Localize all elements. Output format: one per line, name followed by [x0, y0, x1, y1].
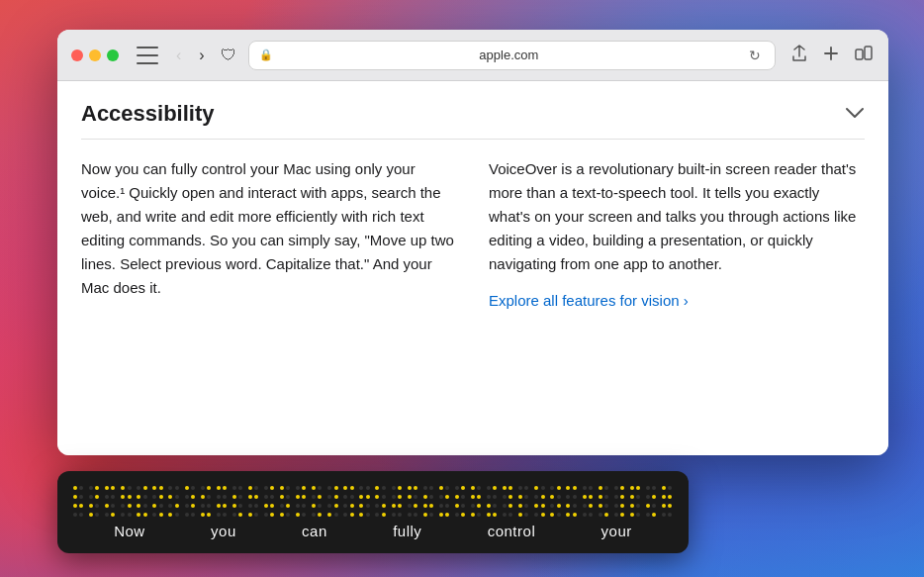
braille-cell: [566, 486, 577, 520]
braille-word-label: fully: [393, 523, 421, 539]
forward-button[interactable]: ›: [195, 44, 208, 67]
sidebar-toggle-button[interactable]: [137, 47, 158, 64]
braille-word-label: your: [601, 523, 632, 539]
braille-cell: [583, 486, 594, 520]
refresh-button[interactable]: ↻: [745, 48, 765, 63]
braille-word-label: Now: [114, 523, 145, 539]
braille-cell: [550, 486, 561, 520]
right-column: VoiceOver is a revolutionary built-in sc…: [489, 157, 865, 309]
braille-cell: [137, 486, 147, 520]
braille-cell: [662, 486, 673, 520]
braille-word-label: can: [302, 523, 327, 539]
new-tab-button[interactable]: [821, 44, 841, 67]
braille-cell: [375, 486, 386, 520]
braille-cell: [296, 486, 307, 520]
braille-cell: [359, 486, 370, 520]
braille-cell: [343, 486, 354, 520]
svg-rect-3: [865, 47, 872, 59]
browser-content: Accessibility Now you can fully control …: [57, 81, 888, 455]
braille-cell: [121, 486, 132, 520]
url-text[interactable]: apple.com: [279, 48, 739, 62]
browser-toolbar: ‹ › 🛡 🔒 apple.com ↻: [57, 30, 888, 81]
close-button[interactable]: [71, 49, 83, 61]
address-bar[interactable]: 🔒 apple.com ↻: [248, 41, 776, 70]
braille-cell: [312, 486, 323, 520]
section-title: Accessibility: [81, 101, 215, 127]
braille-cell: [248, 486, 259, 520]
braille-cell: [327, 486, 338, 520]
braille-panel: Nowyoucanfullycontrolyour: [57, 471, 689, 553]
braille-cell: [534, 486, 545, 520]
braille-dots-display: [73, 483, 673, 523]
content-blocker-icon[interactable]: 🛡: [219, 45, 238, 66]
explore-vision-link[interactable]: Explore all features for vision ›: [489, 292, 865, 309]
minimize-button[interactable]: [89, 49, 101, 61]
braille-cell: [89, 486, 100, 520]
browser-window: ‹ › 🛡 🔒 apple.com ↻: [57, 30, 888, 455]
braille-cell: [487, 486, 498, 520]
braille-cell: [455, 486, 466, 520]
svg-rect-2: [856, 49, 863, 59]
content-columns: Now you can fully control your Mac using…: [81, 157, 865, 309]
share-button[interactable]: [789, 43, 809, 68]
braille-cell: [264, 486, 275, 520]
braille-cell: [168, 486, 179, 520]
braille-cell: [201, 486, 212, 520]
braille-cell: [152, 486, 163, 520]
braille-cell: [105, 486, 116, 520]
braille-word-label: control: [488, 523, 536, 539]
braille-cell: [439, 486, 450, 520]
section-header: Accessibility: [81, 101, 865, 140]
left-column: Now you can fully control your Mac using…: [81, 157, 457, 309]
maximize-button[interactable]: [107, 49, 119, 61]
braille-cell: [392, 486, 403, 520]
braille-cell: [185, 486, 196, 520]
collapse-button[interactable]: [845, 104, 865, 125]
traffic-lights: [71, 49, 119, 61]
braille-cell: [232, 486, 243, 520]
back-button[interactable]: ‹: [172, 44, 185, 67]
lock-icon: 🔒: [259, 48, 273, 61]
braille-cell: [408, 486, 418, 520]
braille-cell: [646, 486, 657, 520]
braille-words-row: Nowyoucanfullycontrolyour: [73, 523, 673, 539]
braille-cell: [614, 486, 625, 520]
left-column-text: Now you can fully control your Mac using…: [81, 157, 457, 300]
right-column-text: VoiceOver is a revolutionary built-in sc…: [489, 157, 865, 276]
tab-overview-button[interactable]: [853, 44, 875, 67]
braille-cell: [503, 486, 513, 520]
braille-cell: [217, 486, 228, 520]
braille-cell: [630, 486, 641, 520]
braille-cell: [73, 486, 84, 520]
braille-word-label: you: [211, 523, 236, 539]
braille-cell: [423, 486, 434, 520]
toolbar-actions: [789, 43, 875, 68]
braille-cell: [599, 486, 609, 520]
braille-cell: [471, 486, 482, 520]
braille-cell: [280, 486, 291, 520]
braille-cell: [518, 486, 529, 520]
